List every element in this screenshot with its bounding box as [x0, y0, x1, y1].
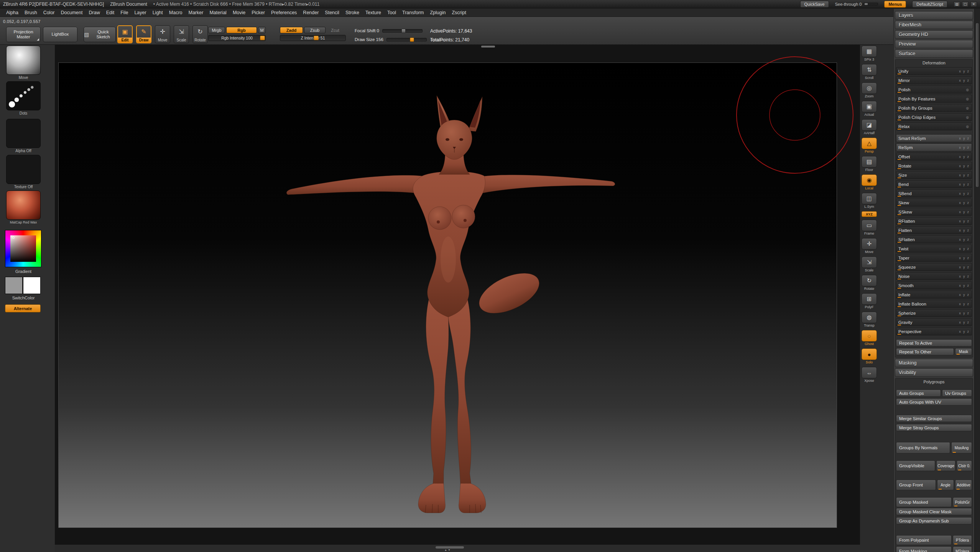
zadd-button[interactable]: Zadd — [280, 27, 303, 33]
right-foot[interactable] — [459, 483, 486, 513]
draw-size-slider[interactable] — [386, 38, 427, 41]
menu-item[interactable]: Tool — [384, 10, 399, 16]
rgb-intensity-slider[interactable]: Rgb Intensity 100 — [208, 35, 266, 41]
menu-item[interactable]: Layer — [131, 10, 149, 16]
deformation-slider[interactable]: Polish Crisp Edges ◎ — [896, 113, 972, 121]
rotate-gizmo[interactable]: ↻ Rotate — [861, 275, 877, 291]
axis-toggles[interactable]: x y z — [959, 284, 970, 288]
cluster-slider[interactable]: Clstr 0. — [957, 460, 972, 471]
see-through-track[interactable] — [863, 3, 878, 5]
subpalette-header-masking[interactable]: Masking — [895, 359, 973, 367]
mode-button[interactable]: ✎ Draw — [136, 25, 151, 43]
deformation-slider[interactable]: Bend x y z — [896, 180, 972, 188]
menu-item[interactable]: Brush — [21, 10, 40, 16]
panel-scrollbar[interactable] — [974, 9, 980, 552]
merge-similar-groups-button[interactable]: Merge Similar Groups — [896, 415, 972, 422]
xyz-axis-toggle[interactable]: XYZ — [861, 211, 877, 217]
deformation-slider[interactable]: Offset x y z — [896, 153, 972, 161]
slider-thumb[interactable] — [401, 29, 406, 33]
angle-slider[interactable]: Angle — [937, 480, 954, 490]
axis-toggles[interactable]: x y z — [959, 274, 970, 278]
spix-slider[interactable]: ▦ SPix 3 — [861, 46, 877, 61]
right-leg[interactable] — [448, 292, 471, 485]
mode-button[interactable]: ▣ Edit — [117, 25, 133, 43]
close-icon[interactable]: ✕ — [970, 2, 977, 7]
deformation-slider[interactable]: Rotate x y z — [896, 162, 972, 170]
menu-item[interactable]: Transform — [399, 10, 427, 16]
axis-toggles[interactable]: x y z — [959, 256, 970, 260]
subpalette-header[interactable]: Geometry HD — [895, 30, 973, 39]
left-leg[interactable] — [426, 292, 449, 485]
zoom-tool[interactable]: ◎ Zoom — [861, 82, 877, 98]
axis-toggles[interactable]: x y z — [959, 155, 970, 159]
menu-item[interactable]: Zplugin — [427, 10, 449, 16]
mask-button[interactable]: Mask — [955, 348, 972, 355]
axis-toggles[interactable]: x y z — [959, 210, 970, 214]
floor-grid-toggle[interactable]: ▤ Floor — [861, 156, 877, 172]
right-arm[interactable] — [474, 175, 615, 195]
axis-toggles[interactable]: ◎ — [966, 115, 970, 119]
slider-thumb[interactable] — [260, 36, 265, 40]
menu-item[interactable]: Zscript — [449, 10, 469, 16]
group-visible-button[interactable]: GroupVisible — [896, 460, 935, 471]
groups-by-normals-button[interactable]: Groups By Normals — [896, 442, 950, 453]
polygroups-title[interactable]: Polygroups — [896, 379, 972, 385]
additive-toggle[interactable]: Additive — [955, 480, 972, 490]
deformation-slider[interactable]: Squeeze x y z — [896, 263, 972, 271]
axis-toggles[interactable]: ◎ — [966, 88, 970, 92]
gradient-label[interactable]: Gradient — [0, 269, 47, 274]
merge-stray-groups-button[interactable]: Merge Stray Groups — [896, 424, 972, 431]
canvas-top-scrollbar[interactable] — [481, 46, 495, 48]
axis-toggles[interactable]: x y z — [959, 265, 970, 269]
group-as-dynamesh-sub-button[interactable]: Group As Dynamesh Sub — [896, 517, 972, 524]
deformation-slider[interactable]: Smooth x y z — [896, 281, 972, 289]
axis-toggles[interactable]: x y z — [959, 79, 970, 82]
auto-groups-with-uv-button[interactable]: Auto Groups With UV — [896, 398, 972, 406]
subpalette-header[interactable]: Preview — [895, 40, 973, 48]
quick-sketch-button[interactable]: ▧ Quick Sketch — [84, 27, 116, 42]
transparency-toggle[interactable]: ◍ Transp — [861, 312, 877, 327]
menu-item[interactable]: Color — [40, 10, 58, 16]
menu-item[interactable]: Picker — [248, 10, 268, 16]
subpalette-header[interactable]: Layers — [895, 11, 973, 20]
head[interactable] — [437, 120, 472, 159]
scroll-arrows-icon[interactable]: ▲▼ — [444, 549, 451, 551]
menu-item[interactable]: Stencil — [322, 10, 342, 16]
axis-toggles[interactable]: x y z — [959, 311, 970, 315]
group-front-button[interactable]: Group Front — [896, 480, 936, 490]
deformation-slider[interactable]: Polish By Features ◎ — [896, 95, 972, 103]
scale-gizmo[interactable]: ⇲ Scale — [861, 256, 877, 272]
perspective-toggle[interactable]: △ Persp — [861, 138, 877, 153]
z-intensity-slider[interactable]: Z Intensity 51 — [280, 35, 346, 41]
subpalette-header[interactable]: FiberMesh — [895, 21, 973, 29]
axis-toggles[interactable]: x y z — [959, 69, 970, 73]
axis-toggles[interactable]: x y z — [959, 182, 970, 186]
menu-item[interactable]: Preferences — [268, 10, 300, 16]
scroll-tool[interactable]: ⇅ Scroll — [861, 64, 877, 80]
axis-toggles[interactable]: ◎ — [966, 125, 970, 128]
left-arm[interactable] — [286, 175, 434, 196]
axis-toggles[interactable]: x y z — [959, 219, 970, 223]
aahalf[interactable]: ◪ AAHalf — [861, 119, 877, 135]
deformation-slider[interactable]: Smart ReSym x y z — [896, 134, 972, 142]
quicksave-button[interactable]: QuickSave — [800, 1, 829, 8]
secondary-color-swatch[interactable] — [23, 277, 41, 294]
rgb-button[interactable]: Rgb — [226, 27, 257, 33]
deformation-slider[interactable]: RFlatten x y z — [896, 217, 972, 225]
zsub-button[interactable]: Zsub — [304, 27, 326, 33]
deformation-slider[interactable]: Gravity x y z — [896, 318, 972, 326]
deformation-slider[interactable]: Spherize x y z — [896, 309, 972, 317]
menu-item[interactable]: File — [117, 10, 131, 16]
group-masked-clear-mask-button[interactable]: Group Masked Clear Mask — [896, 508, 972, 515]
menu-item[interactable]: Movie — [230, 10, 248, 16]
deformation-slider[interactable]: Relax ◎ — [896, 122, 972, 130]
focal-shift-slider[interactable] — [382, 29, 423, 33]
deformation-slider[interactable]: SFlatten x y z — [896, 235, 972, 243]
axis-toggles[interactable]: x y z — [959, 136, 970, 140]
panes-icon[interactable]: ▤ — [954, 2, 960, 7]
deformation-slider[interactable]: ReSym x y z — [896, 143, 972, 151]
menu-item[interactable]: Stroke — [342, 10, 362, 16]
left-foot[interactable] — [418, 483, 445, 513]
deformation-slider[interactable]: Inflate Balloon x y z — [896, 300, 972, 308]
zcut-button[interactable]: Zcut — [327, 27, 344, 33]
